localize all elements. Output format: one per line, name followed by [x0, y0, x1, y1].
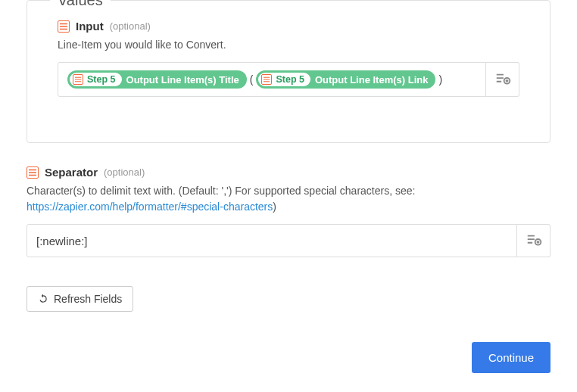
separator-input[interactable]: [:newline:]	[27, 224, 517, 257]
refresh-fields-button[interactable]: Refresh Fields	[27, 286, 133, 312]
list-icon	[27, 166, 39, 179]
separator-description: Character(s) to delimit text with. (Defa…	[27, 183, 550, 215]
separator-field-section: Separator (optional) Character(s) to del…	[27, 166, 550, 257]
special-characters-link[interactable]: https://zapier.com/help/formatter/#speci…	[27, 201, 273, 213]
input-field-section: Input (optional) Line-Item you would lik…	[58, 20, 519, 97]
input-token[interactable]: Step 5 Output Line Item(s) Link	[256, 70, 435, 89]
input-label: Input	[76, 20, 104, 33]
token-step: Step 5	[276, 74, 304, 85]
list-icon	[58, 20, 70, 33]
optional-label: (optional)	[110, 20, 151, 32]
input-token[interactable]: Step 5 Output Line Item(s) Title	[67, 70, 247, 89]
separator-value: [:newline:]	[36, 235, 88, 247]
open-paren: (	[247, 73, 257, 86]
token-label: Output Line Item(s) Link	[315, 74, 429, 86]
close-paren: )	[435, 73, 445, 86]
insert-data-button[interactable]	[517, 224, 550, 257]
optional-label: (optional)	[104, 166, 145, 178]
separator-label: Separator	[45, 166, 98, 179]
continue-button[interactable]: Continue	[472, 342, 550, 373]
refresh-icon	[38, 294, 48, 304]
list-icon	[73, 74, 83, 85]
insert-data-button[interactable]	[486, 62, 519, 97]
input-field[interactable]: Step 5 Output Line Item(s) Title ( Step …	[58, 62, 486, 97]
token-label: Output Line Item(s) Title	[126, 74, 239, 86]
values-fieldset: Values Input (optional) Line-Item you wo…	[27, 0, 550, 143]
input-description: Line-Item you would like to Convert.	[58, 37, 519, 53]
fieldset-legend: Values	[50, 0, 111, 9]
token-step: Step 5	[87, 74, 116, 85]
list-icon	[261, 74, 272, 85]
refresh-fields-label: Refresh Fields	[54, 293, 122, 305]
